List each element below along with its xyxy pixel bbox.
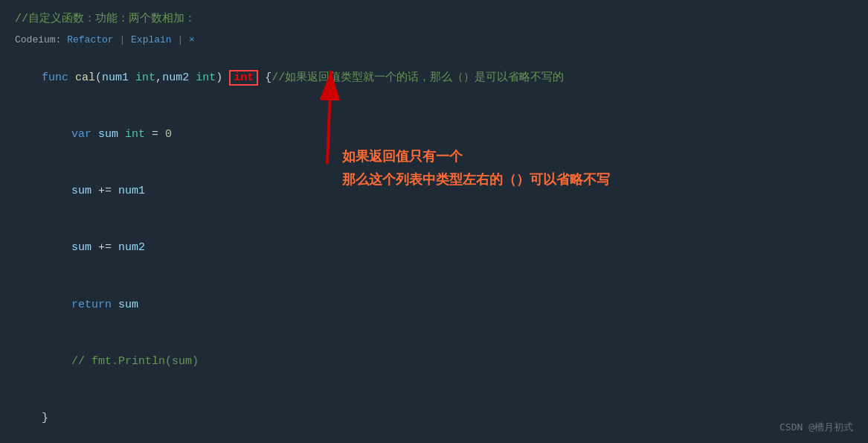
annotation-line2: 那么这个列表中类型左右的（）可以省略不写	[342, 168, 610, 191]
func-cal-line: func cal(num1 int,num2 int) int {//如果返回值…	[0, 50, 868, 106]
section1-header-comment: //自定义函数：功能：两个数相加：	[0, 7, 868, 31]
refactor-link-1[interactable]: Refactor	[67, 34, 113, 45]
highlighted-return-type: int	[229, 70, 258, 86]
explain-link-1[interactable]: Explain	[131, 34, 172, 45]
sum-add2-line: sum += num2	[0, 220, 868, 277]
param-num1: num1	[102, 71, 129, 84]
close-link-1[interactable]: ×	[189, 34, 195, 45]
commented-println-line: // fmt.Println(sum)	[0, 334, 868, 390]
code-editor: //自定义函数：功能：两个数相加： Codeium: Refactor | Ex…	[0, 0, 868, 443]
codeium-label: Codeium:	[15, 34, 67, 45]
annotation-text: 如果返回值只有一个 那么这个列表中类型左右的（）可以省略不写	[342, 145, 610, 191]
codeium-bar-1: Codeium: Refactor | Explain | ×	[0, 31, 868, 50]
close-brace-1: }	[0, 390, 868, 443]
footer-label: CSDN @槽月初式	[779, 421, 853, 434]
func-keyword: func	[42, 71, 75, 84]
func-name: cal	[75, 71, 95, 84]
return-line: return sum	[0, 277, 868, 334]
annotation-line1: 如果返回值只有一个	[342, 145, 610, 168]
